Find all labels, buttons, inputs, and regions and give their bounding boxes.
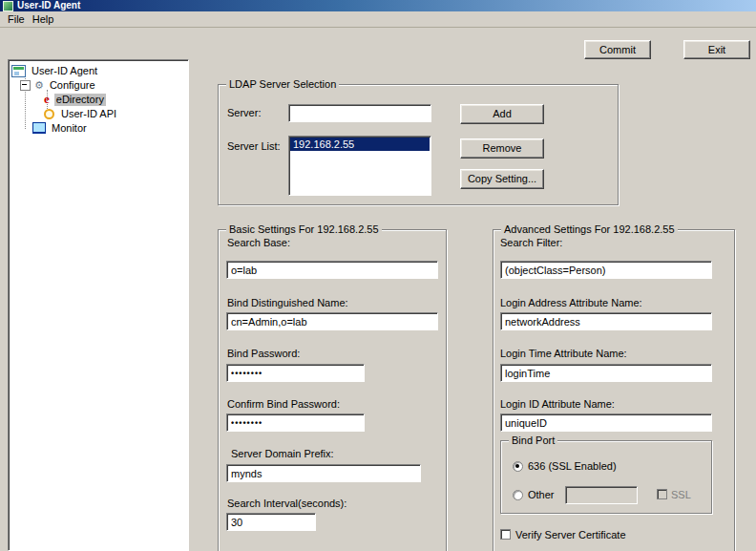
- bind-password-label: Bind Password:: [227, 348, 300, 359]
- server-domain-prefix-input[interactable]: [226, 464, 421, 482]
- confirm-bind-password-label: Confirm Bind Password:: [227, 398, 340, 410]
- login-time-label: Login Time Attribute Name:: [500, 348, 627, 359]
- login-address-input[interactable]: [500, 312, 712, 330]
- tree-item-label: Configure: [48, 79, 97, 92]
- window-title: User-ID Agent: [17, 0, 80, 11]
- collapse-icon[interactable]: [20, 80, 31, 91]
- login-id-label: Login ID Attribute Name:: [500, 398, 615, 410]
- login-id-input[interactable]: [500, 413, 712, 432]
- search-filter-input[interactable]: [500, 261, 712, 279]
- add-button[interactable]: Add: [460, 104, 544, 124]
- monitor-icon: [32, 122, 46, 134]
- group-title: Advanced Settings For 192.168.2.55: [501, 223, 678, 235]
- server-list-label: Server List:: [227, 140, 281, 152]
- tree-item-label: eDirectory: [54, 94, 106, 106]
- search-base-label: Search Base:: [227, 237, 290, 248]
- tree-item-label: User-ID Agent: [30, 65, 99, 77]
- group-title: LDAP Server Selection: [226, 78, 339, 90]
- server-domain-prefix-label: Server Domain Prefix:: [231, 448, 334, 459]
- tree-item-configure[interactable]: ⚙ Configure: [20, 78, 97, 92]
- ssl-checkbox-label[interactable]: SSL: [671, 489, 691, 500]
- exit-button[interactable]: Exit: [683, 40, 750, 59]
- search-filter-label: Search Filter:: [500, 237, 562, 248]
- group-title: Basic Settings For 192.168.2.55: [226, 223, 382, 235]
- menu-file[interactable]: File: [6, 12, 31, 26]
- menu-help[interactable]: Help: [31, 12, 60, 26]
- tree-item-label: User-ID API: [59, 108, 118, 120]
- server-list-item[interactable]: 192.168.2.55: [290, 138, 430, 151]
- title-bar: User-ID Agent: [0, 0, 756, 11]
- copy-setting-button[interactable]: Copy Setting...: [460, 169, 544, 189]
- tree-item-monitor[interactable]: Monitor: [32, 121, 89, 135]
- bind-password-input[interactable]: [226, 364, 365, 382]
- ssl-checkbox[interactable]: [657, 489, 667, 499]
- bind-port-other-label[interactable]: Other: [528, 489, 555, 500]
- edirectory-icon: e: [44, 94, 50, 105]
- server-listbox[interactable]: 192.168.2.55: [288, 136, 431, 196]
- verify-server-certificate-checkbox[interactable]: [500, 529, 511, 540]
- tree-item-user-id-api[interactable]: User-ID API: [44, 107, 118, 120]
- app-window: User-ID Agent File Help Commit Exit User…: [0, 0, 756, 551]
- server-input[interactable]: [288, 104, 431, 122]
- bind-port-other-radio[interactable]: [513, 490, 523, 500]
- search-base-input[interactable]: [226, 261, 438, 279]
- bind-port-other-input[interactable]: [565, 486, 638, 504]
- user-id-agent-icon: [11, 65, 26, 77]
- search-interval-input[interactable]: [226, 513, 316, 531]
- bind-dn-input[interactable]: [226, 312, 438, 330]
- navigation-tree: User-ID Agent ⚙ Configure e eDirectory U…: [8, 59, 189, 551]
- bind-port-636-label[interactable]: 636 (SSL Enabled): [528, 460, 617, 472]
- search-interval-label: Search Interval(seconds):: [227, 498, 346, 509]
- server-label: Server:: [227, 107, 261, 118]
- login-time-input[interactable]: [500, 364, 712, 382]
- tree-item-edirectory[interactable]: e eDirectory: [44, 93, 106, 106]
- menu-bar: File Help: [0, 11, 756, 28]
- login-address-label: Login Address Attribute Name:: [500, 297, 642, 308]
- commit-button[interactable]: Commit: [584, 40, 651, 59]
- verify-server-certificate-label[interactable]: Verify Server Certificate: [515, 529, 626, 540]
- bind-port-636-radio[interactable]: [513, 461, 523, 472]
- bind-dn-label: Bind Distinguished Name:: [227, 297, 348, 308]
- configure-gear-icon: ⚙: [34, 80, 44, 91]
- tree-item-label: Monitor: [50, 122, 89, 135]
- user-id-api-icon: [44, 109, 54, 119]
- tree-item-user-id-agent[interactable]: User-ID Agent: [11, 64, 99, 77]
- confirm-bind-password-input[interactable]: [226, 413, 365, 432]
- remove-button[interactable]: Remove: [460, 138, 544, 159]
- group-title: Bind Port: [509, 434, 557, 446]
- app-icon: [3, 1, 13, 11]
